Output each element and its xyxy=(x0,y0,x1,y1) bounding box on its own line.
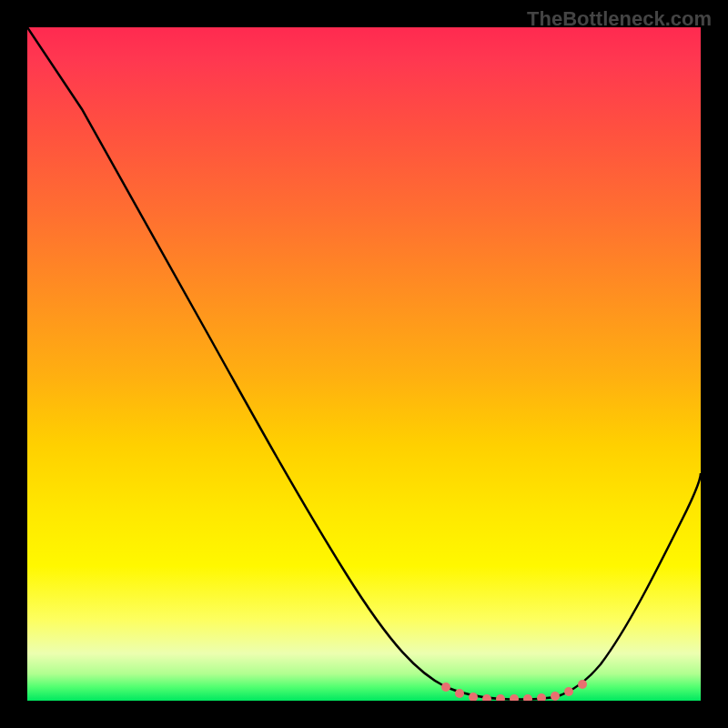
marker-dot xyxy=(523,694,532,701)
marker-dot xyxy=(455,689,464,698)
marker-dot xyxy=(510,694,519,701)
marker-dot xyxy=(537,693,546,701)
marker-dot xyxy=(578,680,587,689)
marker-dot xyxy=(551,692,560,701)
watermark-text: TheBottleneck.com xyxy=(527,7,712,31)
marker-dot xyxy=(496,694,505,701)
marker-dot xyxy=(482,694,491,701)
chart-container xyxy=(27,27,701,701)
marker-dot xyxy=(564,687,573,696)
chart-svg xyxy=(27,27,701,701)
marker-dot xyxy=(441,682,450,692)
marker-dots xyxy=(441,680,587,701)
bottleneck-curve xyxy=(27,27,701,700)
